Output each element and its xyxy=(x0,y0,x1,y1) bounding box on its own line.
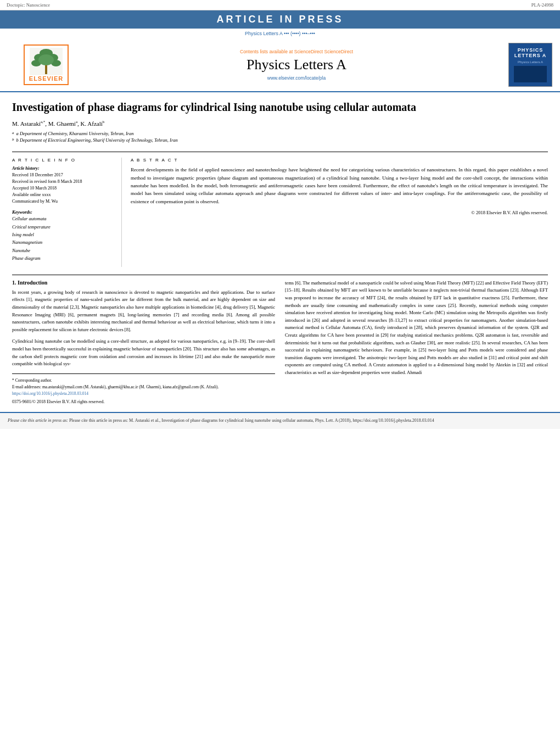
journal-url: www.elsevier.com/locate/pla xyxy=(96,75,497,81)
article-body: Investigation of phase diagrams for cyli… xyxy=(0,92,560,412)
intro-para-1: In recent years, a growing body of resea… xyxy=(12,289,275,334)
cover-image-placeholder xyxy=(514,66,547,82)
keyword-6: Phase diagram xyxy=(12,254,116,262)
citation-bar: Please cite this article in press as: Pl… xyxy=(0,412,560,429)
author-2: M. Ghaemi xyxy=(48,120,76,127)
journal-title: Physics Letters A xyxy=(96,57,497,73)
sciencedirect-label: Contents lists available at ScienceDirec… xyxy=(96,49,497,54)
keyword-5: Nanotube xyxy=(12,247,116,254)
main-article-content: 1. Introduction In recent years, a growi… xyxy=(12,275,548,404)
abstract-column: A B S T R A C T Recent developments in t… xyxy=(131,158,548,267)
email-line: E-mail addresses: ma.astaraki@ymail.com … xyxy=(12,384,275,390)
keyword-1: Cellular automata xyxy=(12,215,116,222)
journal-subtitle-line: Physics Letters A ••• (••••) •••–••• xyxy=(0,29,560,38)
footnote-copyright: 0375-9601/© 2018 Elsevier B.V. All right… xyxy=(12,399,275,404)
article-info-section-label: A R T I C L E I N F O xyxy=(12,158,116,163)
right-col-para-1: tems [6]. The mathematical model of a na… xyxy=(285,280,548,377)
elsevier-logo-area: ELSEVIER xyxy=(8,44,85,85)
svg-point-7 xyxy=(38,54,54,65)
article-title: Investigation of phase diagrams for cyli… xyxy=(12,100,548,114)
keywords-list: Cellular automata Critical temperature I… xyxy=(12,215,116,263)
top-banner: Doctopic: Nanoscience PLA-24998 xyxy=(0,0,560,10)
elsevier-tree-icon xyxy=(30,48,63,75)
affiliations: a a Department of Chemistry, Kharazmi Un… xyxy=(12,130,548,144)
journal-center-info: Contents lists available at ScienceDirec… xyxy=(85,49,508,81)
abstract-section-label: A B S T R A C T xyxy=(131,158,548,163)
affil-1: a a Department of Chemistry, Kharazmi Un… xyxy=(12,130,548,137)
citation-text: Please cite this article in press as: M.… xyxy=(69,418,434,423)
keyword-3: Ising model xyxy=(12,231,116,238)
article-history: Article history: Received 18 December 20… xyxy=(12,166,116,205)
doi-line: https://doi.org/10.1016/j.physleta.2018.… xyxy=(12,390,275,397)
article-info-column: A R T I C L E I N F O Article history: R… xyxy=(12,158,122,267)
article-in-press-ribbon: ARTICLE IN PRESS xyxy=(0,10,560,29)
journal-header: ELSEVIER Contents lists available at Sci… xyxy=(0,38,560,92)
intro-para-2: Cylindrical Ising nanotube can be modell… xyxy=(12,338,275,367)
journal-volume-info: Physics Letters A ••• (••••) •••–••• xyxy=(245,31,315,36)
authors-line: M. Astarakia,*, M. Ghaemia, K. Afzalib xyxy=(12,120,548,127)
main-right-column: tems [6]. The mathematical model of a na… xyxy=(285,280,548,404)
article-id: PLA-24998 xyxy=(531,2,553,8)
author-3: K. Afzali xyxy=(81,120,103,127)
author-1: M. Astaraki xyxy=(12,120,41,127)
footnote-area: * Corresponding author. E-mail addresses… xyxy=(12,373,275,404)
main-left-column: 1. Introduction In recent years, a growi… xyxy=(12,280,275,404)
abstract-text: Recent developments in the field of appl… xyxy=(131,166,548,205)
journal-cover-logo: PHYSICS LETTERS A Physics Letters A xyxy=(508,43,552,87)
elsevier-logo-box: ELSEVIER xyxy=(24,44,69,85)
affil-2: b b Department of Electrical Engineering… xyxy=(12,137,548,144)
abstract-copyright: © 2018 Elsevier B.V. All rights reserved… xyxy=(131,210,548,215)
keyword-2: Critical temperature xyxy=(12,223,116,231)
info-abstract-section: A R T I C L E I N F O Article history: R… xyxy=(12,152,548,267)
elsevier-wordmark: ELSEVIER xyxy=(29,75,63,82)
intro-heading: 1. Introduction xyxy=(12,280,275,286)
keyword-4: Nanomagnetism xyxy=(12,238,116,246)
corresponding-author-note: * Corresponding author. xyxy=(12,377,275,384)
doctopic-label: Doctopic: Nanoscience xyxy=(7,2,50,8)
keywords-block: Keywords: Cellular automata Critical tem… xyxy=(12,209,116,263)
